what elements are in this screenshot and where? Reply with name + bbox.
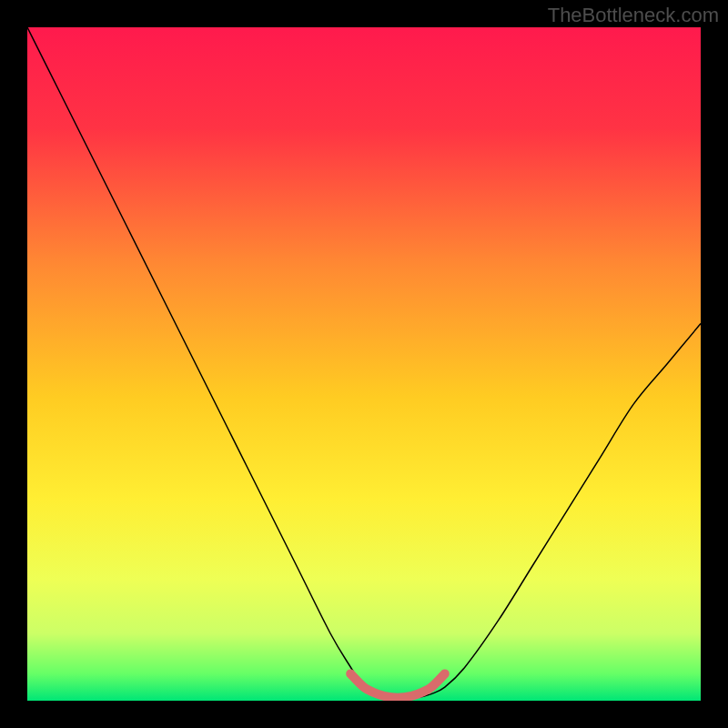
watermark-text: TheBottleneck.com xyxy=(548,4,719,27)
curve-overlay xyxy=(27,27,701,701)
bottleneck-curve-path xyxy=(27,27,701,698)
chart-plot-area xyxy=(27,27,701,701)
